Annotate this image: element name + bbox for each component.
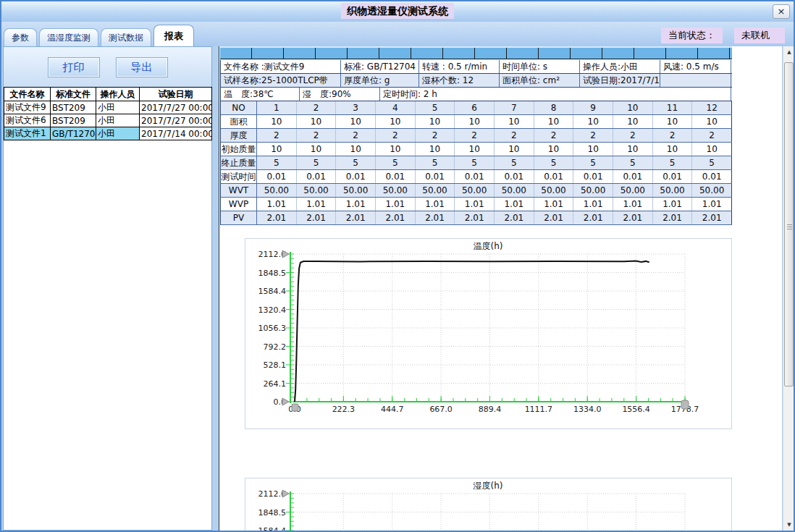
table-cell: 50.00 [613,184,653,197]
y-axis-tick-label: 1584.4 [258,526,287,531]
measurement-row-测试时间: 测试时间0.010.010.010.010.010.010.010.010.01… [221,170,732,184]
export-button[interactable]: 导出 [116,57,168,77]
table-cell: 10 [257,115,297,128]
measurement-row-初始质量: 初始质量101010101010101010101010 [221,143,732,156]
file-table-row[interactable]: 测试文件9BST209小田2017/7/27 00:00 [4,101,212,114]
info-empty-cell [660,74,731,87]
scroll-thumb[interactable] [784,62,794,387]
x-axis-tick-label: 222.3 [332,405,356,414]
table-cell: 1.01 [613,198,653,211]
chart-canvas: 2112.61848.51584.41320.41056.3792.2528.1… [245,478,731,531]
title-bar[interactable]: 织物透湿量仪测试系统 × [1,1,794,22]
table-cell: 1.01 [416,198,455,211]
table-cell: 5 [297,156,337,169]
table-cell: 1.01 [297,198,337,211]
table-cell: 50.00 [336,184,376,197]
app-window: 织物透湿量仪测试系统 × 参数温湿度监测测试数据报表 当前状态： 未联机 打印 … [0,0,795,532]
table-cell: 1.01 [573,198,613,211]
table-cell: 50.00 [573,184,613,197]
tab-parameters[interactable]: 参数 [4,28,37,46]
chart-canvas: 2112.61848.51584.41320.41056.3792.2528.1… [245,239,731,428]
info-humidity: 湿 度:90% [300,88,380,101]
table-cell: 10 [573,143,613,156]
file-table-cell: 2017/7/27 00:00 [140,101,212,114]
info-area-unit: 面积单位: cm² [500,74,580,87]
table-cell: 2 [297,129,337,142]
table-cell: 5 [416,156,455,169]
row-label: WVP [221,198,257,211]
table-cell: 10 [455,143,495,156]
table-cell: 50.00 [297,184,337,197]
row-label: WVT [221,184,257,197]
x-axis-tick-label: 1111.7 [525,405,553,414]
vertical-scrollbar[interactable]: ▲ ▼ [783,46,794,531]
table-cell: 10 [376,143,416,156]
scroll-down-button[interactable]: ▼ [783,519,795,531]
y-axis-tick-label: 2112.6 [258,489,287,499]
table-cell: 1.01 [336,198,376,211]
table-cell: 0.01 [613,170,653,183]
table-cell: 10 [257,143,297,156]
info-row: 试样名称:25-1000TLCP带 厚度单位: g 湿杯个数: 12 面积单位:… [221,74,732,88]
x-axis-tick-label: 889.4 [479,405,502,414]
file-table-cell: GB/T12704 [51,127,96,140]
table-cell: 1.01 [257,198,297,211]
scroll-up-button[interactable]: ▲ [783,46,795,58]
table-cell: 5 [336,156,376,169]
file-table-cell: 2017/7/27 00:00 [140,114,212,127]
measurement-row-WVT: WVT50.0050.0050.0050.0050.0050.0050.0050… [221,184,732,198]
table-cell: 0.01 [416,170,455,183]
table-cell: 11 [653,101,693,114]
table-cell: 5 [495,156,534,169]
status-value: 未联机 [734,28,785,43]
tab-report[interactable]: 报表 [153,25,194,46]
table-cell: 0.01 [376,170,416,183]
file-table-row[interactable]: 测试文件6BST209小田2017/7/27 00:00 [4,114,212,127]
table-cell: 2 [534,129,574,142]
print-button[interactable]: 打印 [48,57,100,77]
table-cell: 2 [257,129,297,142]
info-operator: 操作人员:小田 [580,60,660,73]
table-cell: 2.01 [416,211,455,224]
file-table-header[interactable]: 文件名称 [4,88,51,101]
table-cell: 2.01 [534,211,574,224]
file-table[interactable]: 文件名称标准文件操作人员试验日期测试文件9BST209小田2017/7/27 0… [4,87,212,140]
file-table-header[interactable]: 标准文件 [51,88,96,101]
close-button[interactable]: × [773,4,790,19]
table-cell: 0.01 [257,170,297,183]
row-label: 厚度 [221,129,257,142]
measurement-table: NO123456789101112面积101010101010101010101… [220,101,732,225]
y-axis-tick-label: 1848.5 [258,508,287,518]
file-table-header[interactable]: 试验日期 [140,88,212,101]
info-row: 文件名称 :测试文件9 标准: GB/T12704 转速 : 0.5 r/min… [221,60,732,74]
x-axis-tick-label: 1334.0 [573,405,602,414]
table-cell: 10 [416,115,455,128]
file-table-header[interactable]: 操作人员 [96,88,140,101]
chart-title: 湿度(h) [473,481,503,491]
table-cell: 10 [495,143,534,156]
table-cell: 10 [573,115,613,128]
table-cell: 9 [573,101,613,114]
file-table-cell: 小田 [96,114,140,127]
status-label: 当前状态： [661,28,723,43]
measurement-row-面积: 面积101010101010101010101010 [221,115,732,129]
table-cell: 2 [297,101,337,114]
row-label: NO [221,101,257,114]
table-cell: 5 [692,156,732,169]
tab-temp-humidity-monitor[interactable]: 温湿度监测 [39,28,98,46]
file-table-cell: 测试文件6 [4,114,51,127]
info-rotation-speed: 转速 : 0.5 r/min [419,60,500,73]
grid-header-strip [220,46,732,59]
table-cell: 0.01 [495,170,534,183]
table-cell: 10 [297,115,337,128]
temperature-chart: 2112.61848.51584.41320.41056.3792.2528.1… [245,238,732,429]
file-table-row[interactable]: 测试文件1GB/T12704小田2017/7/14 00:00 [4,127,212,140]
status-box: 当前状态： 未联机 [661,28,785,43]
row-label: 初始质量 [221,143,257,156]
table-cell: 1.01 [653,198,693,211]
tab-test-data[interactable]: 测试数据 [101,28,151,46]
table-cell: 0.01 [653,170,693,183]
row-label: 测试时间 [221,170,257,183]
table-cell: 50.00 [692,184,732,197]
humidity-chart: 2112.61848.51584.41320.41056.3792.2528.1… [245,478,732,531]
